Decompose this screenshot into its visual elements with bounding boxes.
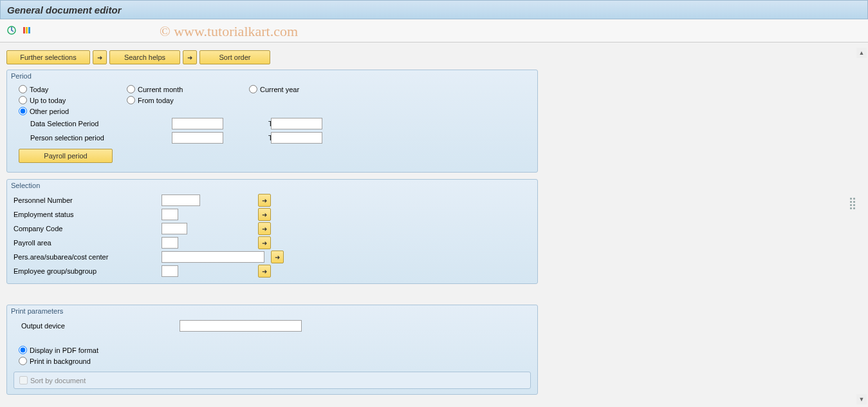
- vertical-scrollbar[interactable]: ▲ ▼: [856, 48, 867, 404]
- radio-label: Current month: [138, 86, 183, 93]
- employee-group-input[interactable]: [162, 265, 178, 277]
- personnel-number-input[interactable]: [162, 194, 200, 206]
- radio-up-to-today[interactable]: Up to today: [19, 96, 127, 104]
- print-subgroup: Sort by document: [14, 372, 531, 389]
- arrow-right-icon: [262, 196, 267, 204]
- to-label: To: [223, 134, 271, 142]
- page-title: General document editor: [7, 5, 122, 15]
- radio-today[interactable]: Today: [19, 85, 127, 93]
- arrow-right-icon: [262, 225, 267, 232]
- search-helps-button[interactable]: Search helps: [109, 50, 180, 64]
- person-selection-to-input[interactable]: [271, 132, 322, 144]
- radio-from-today[interactable]: From today: [127, 96, 249, 104]
- output-device-input[interactable]: [180, 320, 302, 332]
- company-code-input[interactable]: [162, 223, 187, 234]
- group-title: Print parameters: [7, 305, 537, 319]
- search-helps-arrow-button[interactable]: [93, 50, 107, 64]
- multiple-selection-button[interactable]: [258, 265, 271, 278]
- multiple-selection-button[interactable]: [258, 194, 271, 207]
- execute-icon[interactable]: [6, 25, 17, 37]
- arrow-right-icon: [262, 211, 267, 218]
- employment-status-label: Employment status: [14, 211, 162, 218]
- employee-group-label: Employee group/subgroup: [14, 267, 162, 275]
- output-device-label: Output device: [19, 322, 180, 330]
- arrow-right-icon: [187, 53, 192, 61]
- radio-label: Display in PDF format: [30, 346, 98, 354]
- multiple-selection-button[interactable]: [258, 236, 271, 249]
- button-label: Further selections: [20, 53, 76, 61]
- svg-rect-3: [28, 27, 30, 33]
- button-label: Sort order: [219, 53, 251, 61]
- to-label: To: [223, 120, 271, 128]
- group-title: Period: [7, 70, 537, 84]
- arrow-right-icon: [262, 267, 267, 275]
- radio-label: Up to today: [30, 97, 66, 104]
- scroll-up-icon[interactable]: ▲: [856, 48, 867, 58]
- radio-current-year[interactable]: Current year: [249, 85, 352, 93]
- button-label: Search helps: [124, 53, 165, 61]
- pers-area-input[interactable]: [162, 251, 264, 263]
- company-code-label: Company Code: [14, 225, 162, 232]
- print-parameters-group: Print parameters Output device Display i…: [6, 305, 538, 395]
- radio-label: Current year: [260, 86, 299, 93]
- radio-label: From today: [138, 97, 174, 104]
- radio-display-pdf[interactable]: Display in PDF format: [19, 346, 98, 354]
- checkbox-label: Sort by document: [30, 377, 86, 384]
- arrow-right-icon: [275, 253, 280, 261]
- button-label: Payroll period: [44, 152, 87, 160]
- action-button-row: Further selections Search helps Sort ord…: [0, 45, 868, 67]
- radio-label: Print in background: [30, 357, 91, 365]
- radio-print-background[interactable]: Print in background: [19, 357, 91, 365]
- multiple-selection-button[interactable]: [258, 208, 271, 221]
- data-selection-from-input[interactable]: [172, 118, 223, 129]
- payroll-area-label: Payroll area: [14, 239, 162, 247]
- radio-current-month[interactable]: Current month: [127, 85, 249, 93]
- scroll-down-icon[interactable]: ▼: [856, 394, 867, 404]
- selection-group: Selection Personnel Number Employment st…: [6, 179, 538, 284]
- multiple-selection-button[interactable]: [271, 251, 284, 263]
- employment-status-input[interactable]: [162, 209, 178, 220]
- data-selection-to-input[interactable]: [271, 118, 322, 129]
- personnel-number-label: Personnel Number: [14, 196, 162, 204]
- further-selections-button[interactable]: Further selections: [6, 50, 90, 64]
- group-title: Selection: [7, 180, 537, 193]
- variants-icon[interactable]: [22, 25, 32, 37]
- radio-label: Today: [30, 86, 48, 93]
- arrow-right-icon: [97, 53, 102, 61]
- toolbar: [0, 19, 868, 43]
- resize-grip-icon: [850, 198, 855, 209]
- sort-by-document-checkbox: Sort by document: [19, 376, 525, 384]
- title-bar: General document editor: [0, 0, 868, 19]
- radio-other-period[interactable]: Other period: [19, 107, 127, 115]
- svg-rect-1: [23, 27, 25, 33]
- period-group: Period Today Current month Current year …: [6, 70, 538, 173]
- payroll-period-button[interactable]: Payroll period: [19, 149, 113, 163]
- radio-label: Other period: [30, 108, 69, 115]
- data-selection-period-label: Data Selection Period: [30, 120, 172, 128]
- multiple-selection-button[interactable]: [258, 222, 271, 235]
- sort-order-button[interactable]: Sort order: [199, 50, 270, 64]
- payroll-area-input[interactable]: [162, 237, 178, 249]
- arrow-right-icon: [262, 239, 267, 247]
- pers-area-label: Pers.area/subarea/cost center: [14, 253, 162, 261]
- content-area: Further selections Search helps Sort ord…: [0, 45, 868, 407]
- sort-order-arrow-button[interactable]: [183, 50, 197, 64]
- person-selection-from-input[interactable]: [172, 132, 223, 144]
- person-selection-period-label: Person selection period: [30, 134, 172, 142]
- svg-rect-2: [26, 27, 28, 33]
